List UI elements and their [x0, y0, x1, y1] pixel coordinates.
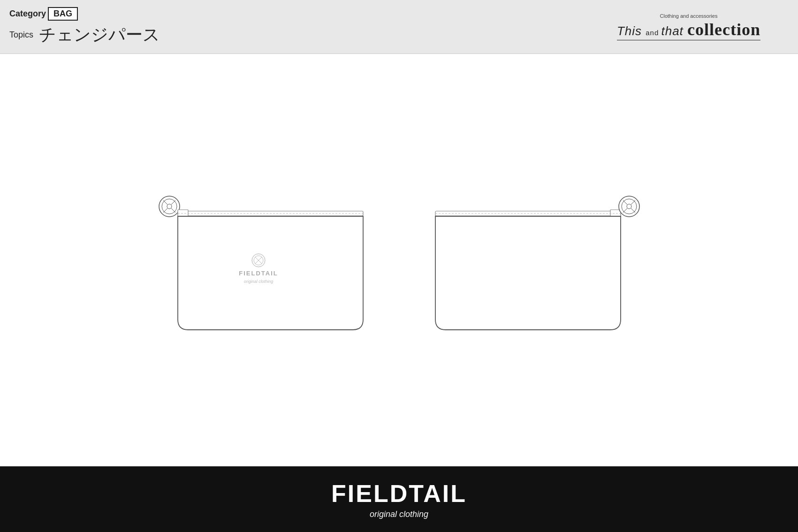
main-content: FIELDTAIL original clothing	[0, 54, 798, 466]
topics-label: Topics	[9, 30, 33, 40]
footer-tagline: original clothing	[370, 509, 428, 519]
brand-name-header: This and that collection	[617, 20, 760, 39]
bags-container: FIELDTAIL original clothing	[0, 181, 798, 340]
topics-value: チェンジパース	[39, 23, 160, 46]
category-value: BAG	[48, 7, 78, 21]
brand-logo-header: Clothing and accessories This and that c…	[617, 13, 760, 40]
category-label: Category	[9, 9, 46, 19]
brand-that: that	[661, 24, 687, 38]
footer-brand-name: FIELDTAIL	[331, 479, 467, 508]
svg-point-21	[627, 204, 631, 209]
bag-right	[427, 181, 643, 340]
brand-underline	[617, 40, 760, 40]
page-wrapper: Category BAG Topics チェンジパース Clothing and…	[0, 0, 798, 532]
bag-right-svg	[427, 181, 643, 340]
svg-text:FIELDTAIL: FIELDTAIL	[239, 270, 278, 277]
svg-text:original clothing: original clothing	[243, 279, 273, 284]
header: Category BAG Topics チェンジパース Clothing and…	[0, 0, 798, 54]
footer: FIELDTAIL original clothing	[0, 466, 798, 532]
bag-left-svg: FIELDTAIL original clothing	[155, 181, 371, 340]
brand-this: This	[617, 24, 646, 38]
brand-tagline-small: Clothing and accessories	[617, 13, 760, 19]
brand-and: and	[646, 29, 661, 37]
brand-collection: collection	[687, 20, 760, 39]
svg-point-4	[167, 204, 172, 209]
bag-left: FIELDTAIL original clothing	[155, 181, 371, 340]
